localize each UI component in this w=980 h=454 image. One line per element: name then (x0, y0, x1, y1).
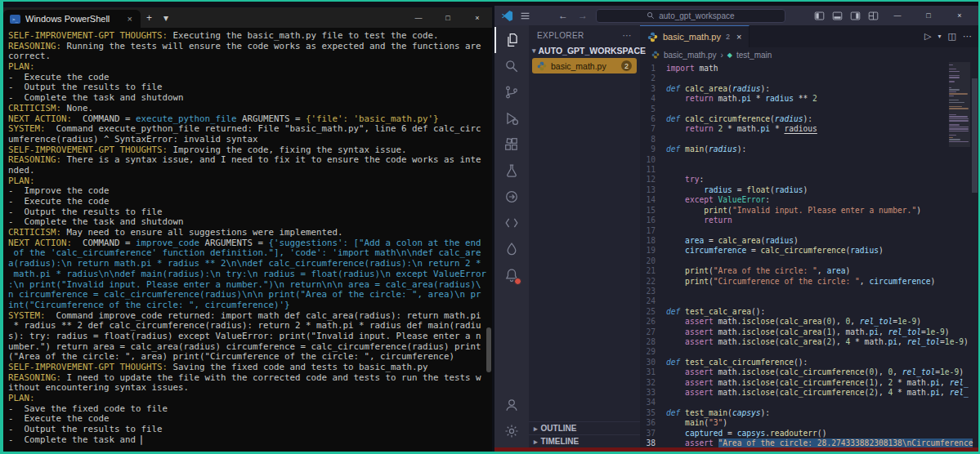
activity-water-drop[interactable] (494, 236, 529, 262)
code-line[interactable]: 2 (640, 73, 978, 83)
code-line[interactable]: 34 (640, 398, 978, 407)
editor-scrollbar[interactable] (971, 62, 978, 447)
code-line[interactable]: 20 (640, 256, 978, 266)
code-line[interactable]: 38 assert "Area of the circle: 28.274333… (640, 438, 978, 447)
terminal-output[interactable]: SELF-IMPROVEMENT-GPT THOUGHTS: Executing… (3, 28, 492, 452)
terminal-maximize-button[interactable]: □ (433, 7, 463, 28)
code-line[interactable]: 14 except ValueError: (640, 195, 978, 205)
new-tab-button[interactable]: + (141, 7, 158, 28)
forward-icon[interactable]: → (576, 10, 589, 21)
tab-bar: basic_math.py 2 × ▷ ▾ ◫ ⋯ (640, 25, 978, 47)
code-line[interactable]: 31 assert math.isclose(calc_circumferenc… (640, 367, 978, 377)
terminal-minimize-button[interactable]: — (404, 7, 433, 28)
terminal-tab[interactable]: >_ Windows PowerShell × (3, 10, 141, 28)
code-editor[interactable]: 1import math23def calc_area(radius):4 re… (640, 62, 978, 447)
code-line[interactable]: 15 print("Invalid input. Please enter a … (640, 206, 978, 216)
code-line[interactable]: 11 (640, 165, 978, 175)
outline-section[interactable]: ▸ OUTLINE (529, 421, 640, 434)
terminal-scrollbar[interactable] (486, 35, 491, 447)
activity-references[interactable] (494, 210, 529, 236)
code-line[interactable]: 13 radius = float(radius) (640, 185, 978, 195)
code-line[interactable]: 37 captured = capsys.readouterr() (640, 429, 978, 438)
code-line[interactable]: 27 assert math.isclose(calc_area(1), mat… (640, 327, 978, 337)
code-line[interactable]: 29 (640, 347, 978, 357)
run-button[interactable]: ▷ (924, 31, 931, 42)
code-line[interactable]: 28 assert math.isclose(calc_area(2), 4 *… (640, 337, 978, 347)
minimap-content[interactable] (949, 65, 970, 143)
timeline-section[interactable]: ▸ TIMELINE (529, 434, 640, 447)
editor-scrollbar-thumb[interactable] (972, 78, 978, 193)
breadcrumb-file[interactable]: basic_math.py (664, 51, 716, 60)
toggle-sidebar-icon[interactable] (814, 11, 825, 21)
line-number: 5 (640, 105, 666, 114)
workspace-root[interactable]: ▾ AUTO_GPT_WORKSPACE (529, 44, 640, 57)
explorer-sidebar: EXPLORER ⋯ ▾ AUTO_GPT_WORKSPACE basic_ma… (529, 25, 640, 447)
activity-notifications[interactable] (494, 262, 529, 288)
terminal-line: a(radius):\n return math.pi * radius ** … (8, 259, 492, 269)
code-lines: 1import math23def calc_area(radius):4 re… (640, 64, 978, 447)
code-line[interactable]: 32 assert math.isclose(calc_circumferenc… (640, 378, 978, 388)
code-line[interactable]: 24 (640, 296, 978, 306)
code-line[interactable]: 22 print("Circumference of the circle: "… (640, 277, 978, 287)
breadcrumb-symbol[interactable]: test_main (736, 51, 772, 60)
activity-account[interactable] (494, 392, 529, 418)
tab-dropdown-icon[interactable]: ▾ (158, 7, 174, 28)
code-line[interactable]: 7 return 2 * math.pi * radious (640, 124, 978, 134)
terminal-line: - Improve the code (8, 186, 492, 197)
vscode-maximize-button[interactable]: □ (916, 11, 941, 20)
code-line[interactable]: 30def test_calc_circumference(): (640, 358, 978, 367)
toggle-panel-icon[interactable] (832, 11, 843, 21)
timeline-label: TIMELINE (541, 437, 579, 446)
code-line[interactable]: 9def main(radius): (640, 145, 978, 154)
code-line[interactable]: 35def test_main(capsys): (640, 408, 978, 418)
activity-testing[interactable] (494, 158, 529, 184)
code-line[interactable]: 12 try: (640, 175, 978, 185)
explorer-more-icon[interactable]: ⋯ (623, 30, 632, 41)
customize-layout-icon[interactable] (868, 11, 879, 21)
code-line[interactable]: 25def test_calc_area(): (640, 307, 978, 317)
activity-run-debug[interactable] (494, 105, 529, 131)
code-line[interactable]: 8 (640, 135, 978, 145)
tab-close-icon[interactable]: × (736, 32, 741, 42)
menu-icon[interactable] (520, 11, 530, 21)
run-dropdown-icon[interactable]: ▾ (938, 33, 942, 40)
code-line[interactable]: 26 assert math.isclose(calc_area(0), 0, … (640, 317, 978, 327)
activity-remote[interactable] (494, 184, 529, 210)
activity-extensions[interactable] (494, 131, 529, 158)
code-line[interactable]: 19 circumference = calc_circumference(ra… (640, 246, 978, 256)
activity-settings[interactable] (494, 418, 529, 444)
code-line[interactable]: 6def calc_circumference(radius): (640, 114, 978, 124)
code-line[interactable]: 18 area = calc_area(radius) (640, 236, 978, 246)
terminal-line: SELF-IMPROVEMENT-GPT THOUGHTS: Improving… (8, 145, 492, 156)
code-line[interactable]: 1import math (640, 64, 978, 73)
toggle-secondary-sidebar-icon[interactable] (850, 11, 861, 21)
terminal-close-button[interactable]: × (463, 7, 492, 28)
code-line[interactable]: 23 (640, 287, 978, 296)
back-icon[interactable]: ← (557, 10, 570, 21)
editor-more-icon[interactable]: ⋯ (963, 31, 972, 42)
activity-source-control[interactable] (494, 79, 529, 105)
vscode-close-button[interactable]: × (947, 11, 972, 20)
tab-close-icon[interactable]: × (126, 14, 134, 24)
command-center-search[interactable]: auto_gpt_workspace (596, 9, 785, 23)
activity-explorer[interactable] (494, 27, 529, 53)
code-line[interactable]: 5 (640, 105, 978, 114)
vscode-minimize-button[interactable]: — (885, 11, 910, 20)
breadcrumb[interactable]: basic_math.py › ◆ test_main (640, 47, 978, 62)
code-line[interactable]: 33 assert math.isclose(calc_circumferenc… (640, 388, 978, 398)
file-item-basic-math[interactable]: basic_math.py 2 (532, 58, 637, 73)
code-line[interactable]: 21 print("Area of the circle: ", area) (640, 266, 978, 276)
terminal-scrollbar-thumb[interactable] (486, 327, 491, 372)
terminal-line: - Execute the code (8, 73, 492, 83)
line-number: 29 (640, 347, 666, 357)
code-line[interactable]: 16 return (640, 216, 978, 225)
activity-search[interactable] (494, 53, 529, 79)
code-line[interactable]: 36 main("3") (640, 418, 978, 428)
code-line[interactable]: 17 (640, 226, 978, 236)
line-number: 30 (640, 358, 666, 367)
split-editor-icon[interactable]: ◫ (948, 31, 956, 42)
code-line[interactable]: 10 (640, 155, 978, 165)
code-line[interactable]: 3def calc_area(radius): (640, 84, 978, 94)
code-line[interactable]: 4 return math.pi * radius ** 2 (640, 94, 978, 104)
tab-basic-math[interactable]: basic_math.py 2 × (640, 25, 750, 47)
